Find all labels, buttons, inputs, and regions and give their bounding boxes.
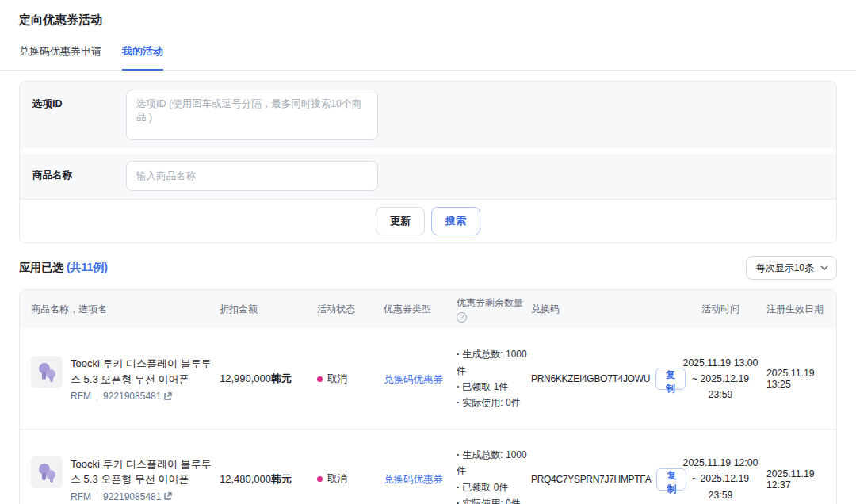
- code-cell: PRN6KKZEI4GBO7T4JOWU 复制: [528, 368, 681, 390]
- status-cell: 取消: [314, 372, 380, 386]
- page-title: 定向优惠券活动: [19, 13, 837, 28]
- col-activity-time: 活动时间: [681, 296, 760, 324]
- coupon-type-cell: 兑换码优惠券: [380, 472, 453, 487]
- product-tag: RFM: [71, 491, 91, 502]
- product-thumbnail: [31, 456, 63, 488]
- filter-actions: 更新 搜索: [20, 199, 836, 242]
- currency-label: 韩元: [271, 473, 292, 485]
- coupon-type-cell: 兑换码优惠券: [380, 372, 453, 387]
- register-date: 2025.11.19 13:25: [760, 368, 836, 390]
- option-id-label: 选项ID: [32, 90, 126, 111]
- code-cell: PRQ4C7YSPRN7J7HMPTFA 复制: [528, 468, 681, 491]
- table-row: Toocki 투키 디스플레이 블루투스 5.3 오픈형 무선 이어폰 RFM …: [20, 429, 836, 504]
- status-label: 取消: [327, 472, 347, 486]
- external-link-icon: [163, 492, 172, 501]
- remaining-generated: 生成总数: 1000件: [457, 346, 528, 379]
- divider: [97, 392, 97, 401]
- status-dot: [317, 376, 323, 382]
- product-thumbnail: [31, 356, 63, 388]
- remaining-cell: 生成总数: 1000件 已领取 0件 实际使用: 0件: [453, 447, 528, 504]
- product-name-row: 商品名称: [20, 153, 836, 199]
- page: 定向优惠券活动 兑换码优惠券申请 我的活动 选项ID 商品名称 更新 搜索 应用…: [0, 0, 856, 504]
- remaining-used: 实际使用: 0件: [457, 495, 528, 504]
- tab-redeem-code-coupon-apply[interactable]: 兑换码优惠券申请: [19, 44, 101, 70]
- product-name-label: 商品名称: [32, 161, 126, 182]
- table-header-row: 商品名称，选项名 折扣金额 活动状态 优惠券类型 优惠券剩余数量 ? 兑换码 活…: [20, 290, 836, 329]
- update-button[interactable]: 更新: [376, 207, 425, 235]
- external-link-icon: [163, 392, 172, 401]
- product-cell: Toocki 투키 디스플레이 블루투스 5.3 오픈형 무선 이어폰 RFM …: [20, 456, 216, 502]
- activity-time-cell: 2025.11.19 12:00 ~ 2025.12.19 23:59: [681, 455, 760, 503]
- page-size-select[interactable]: 每次显示10条: [746, 256, 837, 280]
- register-date: 2025.11.19 12:37: [760, 468, 836, 491]
- results-count: (共11例): [67, 261, 108, 273]
- remaining-claimed: 已领取 1件: [457, 379, 528, 395]
- product-title: Toocki 투키 디스플레이 블루투스 5.3 오픈형 무선 이어폰: [71, 356, 215, 387]
- option-id-row: 选项ID: [20, 82, 836, 148]
- col-status: 活动状态: [314, 296, 380, 323]
- redeem-code: PRQ4C7YSPRN7J7HMPTFA: [531, 474, 651, 485]
- activity-time-cell: 2025.11.19 13:00 ~ 2025.12.19 23:59: [681, 355, 760, 403]
- product-info: Toocki 투키 디스플레이 블루투스 5.3 오픈형 무선 이어폰 RFM …: [71, 456, 215, 502]
- results-title-text: 应用已选: [19, 261, 63, 273]
- page-size-value: 每次显示10条: [756, 262, 814, 275]
- chevron-down-icon: [820, 265, 828, 270]
- tab-my-activities[interactable]: 我的活动: [122, 44, 163, 71]
- product-id-link[interactable]: 92219085481: [103, 391, 172, 402]
- col-code: 兑换码: [528, 296, 681, 323]
- search-button[interactable]: 搜索: [431, 207, 480, 235]
- product-name-input[interactable]: [126, 161, 378, 191]
- results-bar: 应用已选 (共11例) 每次显示10条: [19, 256, 837, 280]
- product-cell: Toocki 투키 디스플레이 블루투스 5.3 오픈형 무선 이어폰 RFM …: [20, 356, 216, 402]
- col-product: 商品名称，选项名: [20, 296, 216, 323]
- earbuds-image: [31, 356, 63, 388]
- product-id-link[interactable]: 92219085481: [103, 491, 172, 502]
- col-discount: 折扣金额: [216, 296, 314, 323]
- tab-bar: 兑换码优惠券申请 我的活动: [0, 44, 856, 71]
- col-remaining: 优惠券剩余数量 ?: [453, 290, 528, 329]
- redeem-code: PRN6KKZEI4GBO7T4JOWU: [531, 373, 650, 384]
- table-row: Toocki 투키 디스플레이 블루투스 5.3 오픈형 무선 이어폰 RFM …: [20, 329, 836, 429]
- product-tag: RFM: [71, 391, 91, 402]
- product-title: Toocki 투키 디스플레이 블루투스 5.3 오픈형 무선 이어폰: [71, 456, 215, 487]
- status-dot: [317, 476, 323, 482]
- product-meta: RFM 92219085481: [71, 391, 215, 402]
- remaining-cell: 生成总数: 1000件 已领取 1件 实际使用: 0件: [453, 346, 528, 411]
- product-meta: RFM 92219085481: [71, 491, 215, 502]
- coupon-type-link[interactable]: 兑换码优惠券: [384, 474, 443, 485]
- col-remaining-label: 优惠券剩余数量: [457, 296, 528, 310]
- results-title: 应用已选 (共11例): [19, 261, 108, 275]
- activity-start: 2025.11.19 12:00: [681, 455, 760, 471]
- divider: [97, 492, 97, 501]
- help-icon[interactable]: ?: [457, 312, 467, 323]
- status-label: 取消: [327, 372, 347, 386]
- filter-card: 选项ID 商品名称 更新 搜索: [19, 81, 837, 243]
- product-info: Toocki 투키 디스플레이 블루투스 5.3 오픈형 무선 이어폰 RFM …: [71, 356, 215, 402]
- remaining-generated: 生成总数: 1000件: [457, 447, 528, 479]
- remaining-used: 实际使用: 0件: [457, 395, 528, 410]
- currency-label: 韩元: [271, 372, 292, 384]
- activity-start: 2025.11.19 13:00: [681, 355, 760, 371]
- col-coupon-type: 优惠券类型: [380, 296, 453, 323]
- remaining-claimed: 已领取 0件: [457, 479, 528, 495]
- activity-end: ~ 2025.12.19 23:59: [681, 371, 760, 403]
- discount-amount: 12,990,000韩元: [216, 372, 314, 386]
- coupon-type-link[interactable]: 兑换码优惠券: [384, 374, 443, 385]
- activity-end: ~ 2025.12.19 23:59: [681, 471, 760, 503]
- option-id-input[interactable]: [126, 90, 378, 140]
- col-register-date: 注册生效日期: [760, 296, 836, 323]
- earbuds-image: [31, 456, 63, 488]
- status-cell: 取消: [314, 472, 380, 486]
- activities-table: 商品名称，选项名 折扣金额 活动状态 优惠券类型 优惠券剩余数量 ? 兑换码 活…: [19, 289, 837, 504]
- discount-amount: 12,480,000韩元: [216, 472, 314, 487]
